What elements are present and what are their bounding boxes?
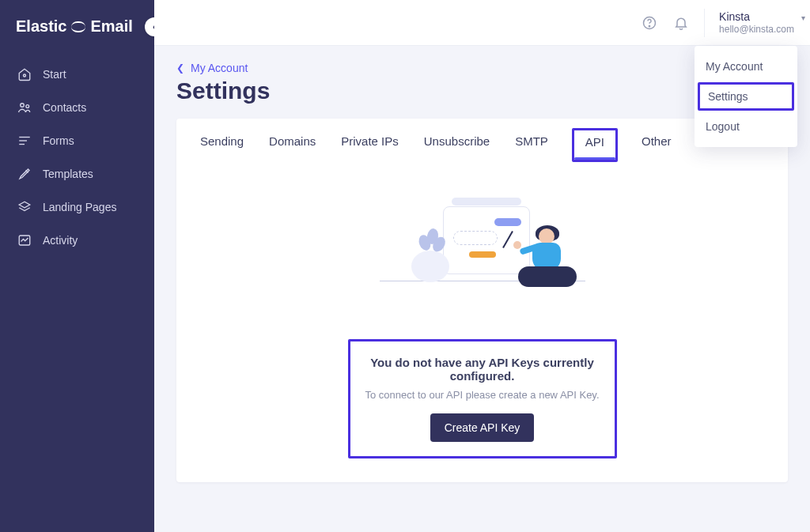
svg-point-1 <box>21 104 25 108</box>
sidebar-item-forms[interactable]: Forms <box>0 124 154 157</box>
dropdown-item-label: Settings <box>708 90 748 103</box>
empty-state-box: You do not have any API Keys currently c… <box>348 339 617 458</box>
sidebar-item-activity[interactable]: Activity <box>0 224 154 257</box>
dropdown-my-account[interactable]: My Account <box>695 52 797 81</box>
empty-state-illustration <box>176 194 788 320</box>
templates-icon <box>17 167 32 181</box>
sidebar-item-templates[interactable]: Templates <box>0 157 154 191</box>
caret-down-icon: ▾ <box>801 13 805 23</box>
sidebar-item-label: Contacts <box>43 101 86 114</box>
sidebar-item-label: Activity <box>43 234 78 247</box>
dropdown-settings[interactable]: Settings <box>698 82 794 111</box>
empty-state-subtitle: To connect to our API please create a ne… <box>360 389 605 401</box>
tab-private-ips[interactable]: Private IPs <box>339 133 400 159</box>
topbar-divider <box>704 9 705 37</box>
home-icon <box>17 67 32 81</box>
dropdown-item-label: My Account <box>706 60 763 73</box>
tab-unsubscribe[interactable]: Unsubscribe <box>422 133 491 159</box>
sidebar-item-label: Landing Pages <box>43 201 116 213</box>
tab-other[interactable]: Other <box>640 133 673 159</box>
user-dropdown: My Account Settings Logout <box>695 46 797 147</box>
sidebar-nav: Start Contacts Forms Templates <box>0 58 154 257</box>
brand-word1: Elastic <box>16 17 66 36</box>
brand-logo[interactable]: Elastic Email <box>0 11 154 58</box>
tab-api[interactable]: API <box>572 128 618 162</box>
svg-marker-6 <box>19 202 30 208</box>
sidebar-item-landing-pages[interactable]: Landing Pages <box>0 191 154 224</box>
sidebar-item-start[interactable]: Start <box>0 58 154 91</box>
contacts-icon <box>17 100 32 115</box>
breadcrumb-label: My Account <box>191 62 248 74</box>
dropdown-logout[interactable]: Logout <box>695 112 797 141</box>
sidebar-item-label: Start <box>43 68 66 81</box>
sidebar-item-contacts[interactable]: Contacts <box>0 91 154 124</box>
user-email: hello@kinsta.com <box>719 24 794 35</box>
svg-point-2 <box>26 105 29 108</box>
create-api-key-button[interactable]: Create API Key <box>430 413 535 442</box>
forms-icon <box>17 134 32 148</box>
brand-word2: Email <box>90 17 132 36</box>
sidebar-item-label: Templates <box>43 168 93 180</box>
help-icon[interactable] <box>641 14 658 32</box>
sidebar-item-label: Forms <box>43 134 74 147</box>
dropdown-item-label: Logout <box>706 120 740 133</box>
tab-sending[interactable]: Sending <box>199 133 245 159</box>
user-menu-trigger[interactable]: Kinsta hello@kinsta.com ▾ <box>719 10 801 35</box>
svg-point-9 <box>649 25 649 26</box>
layers-icon <box>17 200 32 214</box>
tab-smtp[interactable]: SMTP <box>513 133 550 159</box>
empty-state-title: You do not have any API Keys currently c… <box>360 356 605 383</box>
user-name: Kinsta <box>719 10 794 24</box>
settings-panel: Sending Domains Private IPs Unsubscribe … <box>176 119 788 482</box>
brand-icon <box>71 21 85 32</box>
chevron-left-icon: ❮ <box>176 62 184 74</box>
activity-icon <box>17 233 32 247</box>
bell-icon[interactable] <box>672 14 690 32</box>
topbar: Kinsta hello@kinsta.com ▾ <box>154 0 810 46</box>
tab-domains[interactable]: Domains <box>267 133 317 159</box>
svg-point-0 <box>24 74 26 77</box>
sidebar: Elastic Email ‹ Start Contacts <box>0 0 154 532</box>
